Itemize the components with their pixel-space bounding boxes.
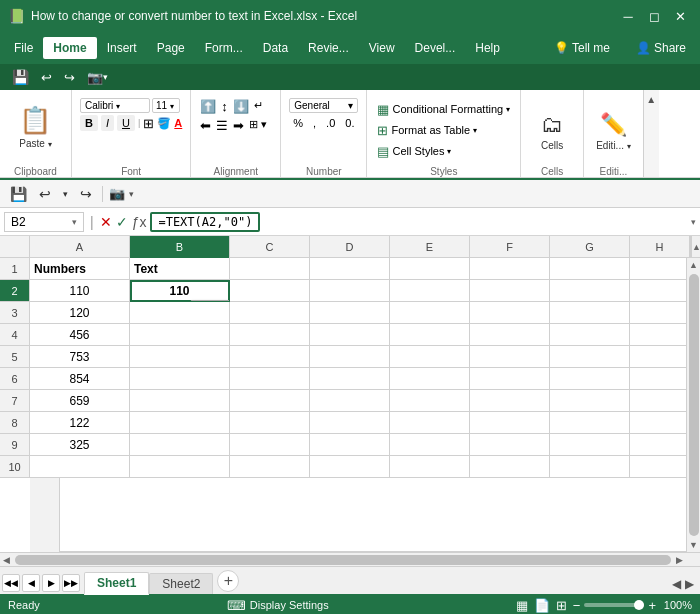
row-header-9[interactable]: 9 [0, 434, 30, 456]
menu-review[interactable]: Revie... [298, 37, 359, 59]
percent-button[interactable]: % [289, 115, 307, 131]
wrap-text-button[interactable]: ↵ [253, 98, 264, 115]
cell-g7[interactable] [550, 390, 630, 412]
cell-c2[interactable] [230, 280, 310, 302]
layout-normal-icon[interactable]: ▦ [516, 598, 528, 613]
cell-g8[interactable] [550, 412, 630, 434]
bold-button[interactable]: B [80, 115, 98, 131]
save-qat2[interactable]: 💾 [6, 184, 31, 204]
close-button[interactable]: ✕ [668, 4, 692, 28]
cell-a6[interactable]: 854 [30, 368, 130, 390]
cell-b1[interactable]: Text [130, 258, 230, 280]
col-header-g[interactable]: G [550, 236, 630, 258]
row-header-6[interactable]: 6 [0, 368, 30, 390]
cell-e8[interactable] [390, 412, 470, 434]
cell-d4[interactable] [310, 324, 390, 346]
sheet-nav-next[interactable]: ▶ [42, 574, 60, 592]
qat-dropdown-arrow[interactable]: ▾ [129, 189, 134, 199]
cell-f7[interactable] [470, 390, 550, 412]
increase-decimal-button[interactable]: .0 [322, 115, 339, 131]
col-header-h[interactable]: H [630, 236, 690, 258]
row-header-5[interactable]: 5 [0, 346, 30, 368]
cell-h10[interactable] [630, 456, 686, 478]
cell-h1[interactable] [630, 258, 686, 280]
cells-button[interactable]: 🗂 Cells [527, 109, 577, 154]
row-header-1[interactable]: 1 [0, 258, 30, 280]
cell-f8[interactable] [470, 412, 550, 434]
cell-b3[interactable] [130, 302, 230, 324]
editing-button[interactable]: ✏️ Editi... ▾ [590, 109, 637, 154]
scroll-down-arrow[interactable]: ▼ [687, 538, 700, 552]
cell-d1[interactable] [310, 258, 390, 280]
zoom-out-button[interactable]: − [573, 598, 581, 613]
scroll-right-arrow[interactable]: ▶ [673, 553, 686, 566]
save-qat-button[interactable]: 💾 [8, 67, 33, 87]
undo-button[interactable]: ↩ [37, 68, 56, 87]
customize-qat-button[interactable]: 📷 ▾ [83, 68, 112, 87]
row-header-4[interactable]: 4 [0, 324, 30, 346]
menu-file[interactable]: File [4, 37, 43, 59]
cell-d8[interactable] [310, 412, 390, 434]
cell-f9[interactable] [470, 434, 550, 456]
cell-h2[interactable] [630, 280, 686, 302]
cell-c10[interactable] [230, 456, 310, 478]
layout-page-icon[interactable]: 📄 [534, 598, 550, 613]
cell-g5[interactable] [550, 346, 630, 368]
row-header-2[interactable]: 2 [0, 280, 30, 302]
menu-page[interactable]: Page [147, 37, 195, 59]
align-left-button[interactable]: ⬅ [199, 117, 212, 134]
scroll-up-button[interactable]: ▲ [691, 236, 700, 257]
cell-f5[interactable] [470, 346, 550, 368]
cell-e1[interactable] [390, 258, 470, 280]
undo-qat2[interactable]: ↩ [35, 184, 55, 204]
layout-break-icon[interactable]: ⊞ [556, 598, 567, 613]
cell-a3[interactable]: 120 [30, 302, 130, 324]
font-color-button[interactable]: A [174, 117, 182, 129]
cell-c7[interactable] [230, 390, 310, 412]
share-button[interactable]: 👤Share [626, 37, 696, 59]
row-header-3[interactable]: 3 [0, 302, 30, 324]
cell-b9[interactable] [130, 434, 230, 456]
fill-color-button[interactable]: 🪣 [157, 117, 171, 130]
cell-e4[interactable] [390, 324, 470, 346]
scroll-thumb-h[interactable] [15, 555, 671, 565]
scroll-left-arrow[interactable]: ◀ [0, 553, 13, 566]
align-right-button[interactable]: ➡ [232, 117, 245, 134]
menu-format[interactable]: Form... [195, 37, 253, 59]
cell-c3[interactable] [230, 302, 310, 324]
cell-h6[interactable] [630, 368, 686, 390]
col-header-d[interactable]: D [310, 236, 390, 258]
cell-b2[interactable]: 110 📋 (Ctrl) ▾ [130, 280, 230, 302]
sheet-nav-first[interactable]: ◀◀ [2, 574, 20, 592]
decrease-decimal-button[interactable]: 0. [341, 115, 358, 131]
row-header-8[interactable]: 8 [0, 412, 30, 434]
minimize-button[interactable]: ─ [616, 4, 640, 28]
number-format-dropdown[interactable]: General▾ [289, 98, 358, 113]
cell-c6[interactable] [230, 368, 310, 390]
ribbon-collapse-button[interactable]: ▲ [643, 90, 659, 177]
cell-d6[interactable] [310, 368, 390, 390]
cell-e7[interactable] [390, 390, 470, 412]
cell-b8[interactable] [130, 412, 230, 434]
sheet-nav-last[interactable]: ▶▶ [62, 574, 80, 592]
col-header-c[interactable]: C [230, 236, 310, 258]
conditional-formatting-button[interactable]: ▦ Conditional Formatting ▾ [373, 100, 514, 119]
zoom-slider[interactable] [584, 603, 644, 607]
cell-e5[interactable] [390, 346, 470, 368]
cell-g9[interactable] [550, 434, 630, 456]
align-middle-button[interactable]: ↕️ [220, 98, 229, 115]
cell-f1[interactable] [470, 258, 550, 280]
cell-ref-dropdown[interactable]: ▾ [72, 217, 77, 227]
col-header-b[interactable]: B [130, 236, 230, 258]
menu-help[interactable]: Help [465, 37, 510, 59]
cell-a8[interactable]: 122 [30, 412, 130, 434]
col-header-f[interactable]: F [470, 236, 550, 258]
restore-button[interactable]: ◻ [642, 4, 666, 28]
cell-d9[interactable] [310, 434, 390, 456]
undo-dropdown-qat2[interactable]: ▾ [59, 187, 72, 201]
cancel-formula-button[interactable]: ✕ [100, 214, 112, 230]
cell-b6[interactable] [130, 368, 230, 390]
cell-c9[interactable] [230, 434, 310, 456]
cell-b4[interactable] [130, 324, 230, 346]
cell-f4[interactable] [470, 324, 550, 346]
